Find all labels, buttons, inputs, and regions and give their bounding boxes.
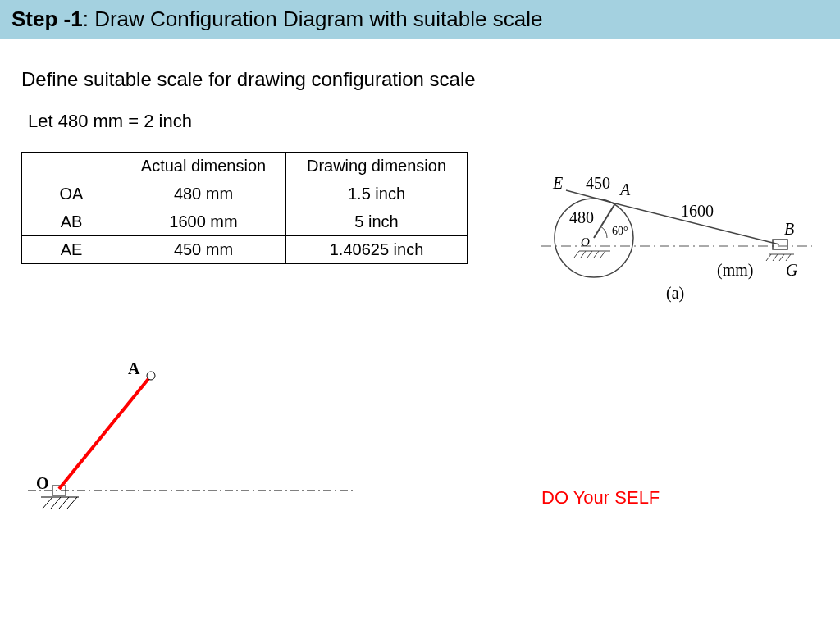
label-O: O	[36, 474, 49, 492]
row-actual: 450 mm	[121, 236, 286, 264]
row-name: AB	[22, 208, 121, 236]
scale-definition: Let 480 mm = 2 inch	[28, 111, 840, 132]
svg-line-16	[600, 251, 605, 258]
step-label: Step -1	[11, 7, 83, 31]
ref-480: 480	[569, 208, 594, 226]
header-actual: Actual dimension	[121, 153, 286, 180]
header-blank	[22, 153, 121, 180]
ref-O: O	[581, 235, 590, 249]
label-A: A	[128, 361, 140, 377]
ref-1600: 1600	[681, 202, 714, 220]
svg-line-3	[51, 497, 61, 509]
row-actual: 480 mm	[121, 180, 286, 208]
svg-line-24	[786, 254, 791, 261]
svg-line-25	[566, 190, 615, 203]
ref-units: (mm)	[717, 261, 753, 280]
table-row: AB 1600 mm 5 inch	[22, 208, 468, 236]
slide-header: Step -1: Draw Configuration Diagram with…	[0, 0, 840, 39]
svg-line-2	[43, 497, 52, 509]
ref-60: 60°	[612, 225, 628, 237]
svg-line-22	[773, 254, 778, 261]
svg-line-4	[59, 497, 69, 509]
config-diagram: O A	[28, 361, 372, 530]
svg-line-13	[581, 251, 586, 258]
row-name: AE	[22, 236, 121, 264]
svg-line-21	[766, 254, 771, 261]
svg-line-23	[779, 254, 784, 261]
row-drawing: 1.5 inch	[286, 180, 468, 208]
ref-A: A	[619, 180, 631, 199]
svg-line-5	[67, 497, 77, 509]
row-drawing: 5 inch	[286, 208, 468, 236]
ref-label: (a)	[666, 284, 684, 303]
svg-line-12	[574, 251, 579, 258]
reference-diagram: E A B G O 450 480 1600 60° (mm) (a)	[541, 172, 820, 316]
svg-line-7	[59, 376, 151, 489]
svg-line-15	[594, 251, 599, 258]
row-name: OA	[22, 180, 121, 208]
svg-point-8	[147, 372, 155, 380]
ref-450: 450	[586, 174, 610, 192]
ref-G: G	[786, 261, 798, 279]
diagram-svg: O A	[28, 361, 372, 525]
header-drawing: Drawing dimension	[286, 153, 468, 180]
svg-rect-19	[773, 240, 788, 249]
ref-B: B	[784, 220, 794, 238]
slide-title: : Draw Configuration Diagram with suitab…	[83, 7, 543, 31]
subtitle: Define suitable scale for drawing config…	[21, 68, 840, 91]
svg-line-14	[587, 251, 592, 258]
row-actual: 1600 mm	[121, 208, 286, 236]
table-row: OA 480 mm 1.5 inch	[22, 180, 468, 208]
ref-E: E	[552, 174, 563, 192]
row-drawing: 1.40625 inch	[286, 236, 468, 264]
table-header-row: Actual dimension Drawing dimension	[22, 153, 468, 180]
ref-svg: E A B G O 450 480 1600 60° (mm) (a)	[541, 172, 820, 312]
do-yourself-note: DO Your SELF	[541, 487, 660, 509]
table-row: AE 450 mm 1.40625 inch	[22, 236, 468, 264]
